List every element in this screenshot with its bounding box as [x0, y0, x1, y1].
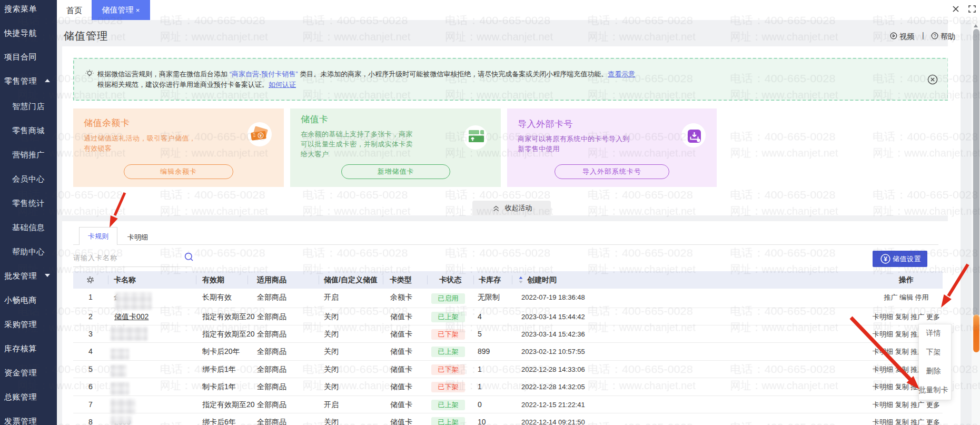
- svg-text:?: ?: [934, 33, 936, 38]
- svg-text:¥: ¥: [884, 255, 887, 263]
